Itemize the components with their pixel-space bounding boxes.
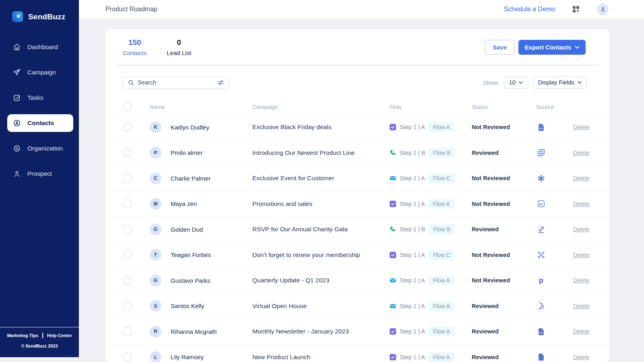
row-checkbox[interactable] (123, 148, 132, 157)
flow-step: Step 1 | A (400, 175, 425, 181)
status-text: Not Reviewed (472, 252, 536, 258)
table-row: K Kaitlyn Dudley Exclusive Black Friday … (105, 114, 609, 140)
table-row: M Maya zen Promotions and sales Step 1 |… (105, 191, 609, 217)
delete-link[interactable]: Delete (573, 175, 589, 181)
sidebar-item-organization[interactable]: Organization (0, 140, 79, 157)
sidebar-item-prospect[interactable]: Prospect (0, 165, 79, 183)
flow-step: Step 1 | B (400, 226, 425, 232)
delete-link[interactable]: Delete (573, 150, 589, 156)
prospect-icon (13, 170, 21, 178)
column-header-flow: Flow (390, 104, 472, 110)
footer-divider (42, 333, 43, 338)
export-contacts-button[interactable]: Export Contacts (518, 40, 586, 55)
sidebar-item-campaign[interactable]: Campaign (0, 64, 79, 81)
flow-step: Step 1 | B (400, 150, 425, 156)
page-size-select[interactable]: 10 (504, 76, 528, 89)
filter-sliders-icon[interactable] (217, 79, 224, 86)
row-checkbox[interactable] (123, 123, 132, 132)
source-cell (536, 302, 573, 310)
flow-badge: Flow A (429, 327, 454, 336)
avatar: S (150, 300, 161, 312)
flow-cell: Step 1 | A Flow A (390, 276, 472, 285)
email-icon (390, 175, 396, 181)
phone-icon (390, 150, 396, 156)
row-checkbox[interactable] (123, 251, 132, 259)
flow-cell: Step 1 | A Flow A (390, 122, 472, 132)
display-fields-select[interactable]: Display Fields (533, 76, 587, 89)
table-row: G Gustavo Parks Quarterly Update - Q1 20… (105, 267, 609, 293)
status-text: Reviewed (472, 226, 536, 232)
csv-file-icon: csv (536, 123, 573, 132)
status-text: Reviewed (472, 150, 536, 156)
help-center-link[interactable]: Help Center (47, 333, 72, 338)
copyright-text: © SendBuzz 2023 (0, 343, 79, 348)
chevron-down-icon (519, 81, 523, 84)
tasks-icon (13, 94, 21, 102)
contact-name: Gustavo Parks (171, 277, 210, 284)
row-checkbox[interactable] (123, 225, 132, 234)
svg-text:csv: csv (539, 332, 543, 334)
user-avatar[interactable] (597, 4, 609, 15)
source-cell (536, 251, 573, 259)
flow-badge: Flow A (429, 122, 454, 132)
source-cell (536, 353, 573, 361)
delete-link[interactable]: Delete (573, 201, 589, 207)
contact-name: Maya zen (171, 200, 197, 207)
column-header-source: Source (536, 104, 573, 110)
select-all-checkbox[interactable] (123, 103, 132, 111)
sidebar-item-label: Organization (27, 145, 63, 152)
source-cell: csv (536, 327, 573, 336)
avatar: C (150, 173, 161, 184)
avatar: G (150, 275, 161, 286)
campaign-name: Exclusive Event for Customer (252, 175, 390, 182)
delete-link[interactable]: Delete (573, 252, 589, 258)
row-checkbox[interactable] (123, 276, 132, 285)
table-row: G Golden Dud RSVP for Our Annual Charity… (105, 216, 609, 242)
delete-link[interactable]: Delete (573, 226, 589, 232)
status-text: Reviewed (472, 354, 536, 360)
sidebar-item-dashboard[interactable]: Dashboard (0, 38, 79, 56)
network-icon (536, 251, 573, 259)
show-label: Show (483, 79, 498, 86)
sidebar-footer: Marketing Tips Help Center © SendBuzz 20… (0, 327, 79, 357)
column-header-status: Status (472, 104, 536, 110)
flow-step: Step 1 | A (400, 201, 425, 207)
row-checkbox[interactable] (123, 302, 132, 310)
svg-text:in: in (539, 202, 543, 206)
edit-pencil-icon (536, 225, 573, 234)
brand-logo: SendBuzz (0, 0, 79, 22)
apps-grid-plus-icon[interactable] (572, 5, 580, 13)
delete-link[interactable]: Delete (573, 354, 589, 360)
delete-link[interactable]: Delete (573, 277, 589, 284)
delete-link[interactable]: Delete (573, 124, 589, 130)
delete-link[interactable]: Delete (573, 303, 589, 309)
search-input[interactable] (138, 79, 214, 86)
schedule-demo-link[interactable]: Schedule a Demo (504, 6, 555, 13)
contact-name: Teagan Forbes (171, 251, 211, 258)
search-icon (128, 79, 134, 86)
row-checkbox[interactable] (123, 174, 132, 183)
sendbuzz-logo-icon (12, 11, 23, 22)
organization-icon (13, 144, 21, 152)
campaign-name: New Product Launch (252, 354, 390, 361)
hubspot-icon (536, 302, 573, 310)
tab-lead-list[interactable]: 0 Lead List (167, 38, 191, 56)
table-body: K Kaitlyn Dudley Exclusive Black Friday … (105, 114, 609, 362)
save-button[interactable]: Save (485, 40, 515, 55)
source-cell: csv (536, 123, 573, 132)
sidebar-item-contacts[interactable]: Contacts (7, 114, 73, 132)
row-checkbox[interactable] (123, 353, 132, 361)
row-checkbox[interactable] (123, 327, 132, 336)
tab-contacts[interactable]: 150 Contacts (123, 38, 147, 56)
status-text: Not Reviewed (472, 201, 536, 207)
avatar: R (150, 326, 161, 337)
contacts-card: 150 Contacts 0 Lead List Save Export Con… (105, 29, 609, 362)
flow-badge: Flow C (429, 173, 455, 183)
table-row: L Lily Ramsey New Product Launch Step 1 … (105, 344, 609, 362)
delete-link[interactable]: Delete (573, 328, 589, 335)
marketing-tips-link[interactable]: Marketing Tips (7, 333, 38, 338)
svg-text:p: p (539, 276, 543, 284)
flow-cell: Step 1 | A Flow C (390, 173, 472, 183)
row-checkbox[interactable] (123, 200, 132, 208)
sidebar-item-tasks[interactable]: Tasks (0, 89, 79, 107)
